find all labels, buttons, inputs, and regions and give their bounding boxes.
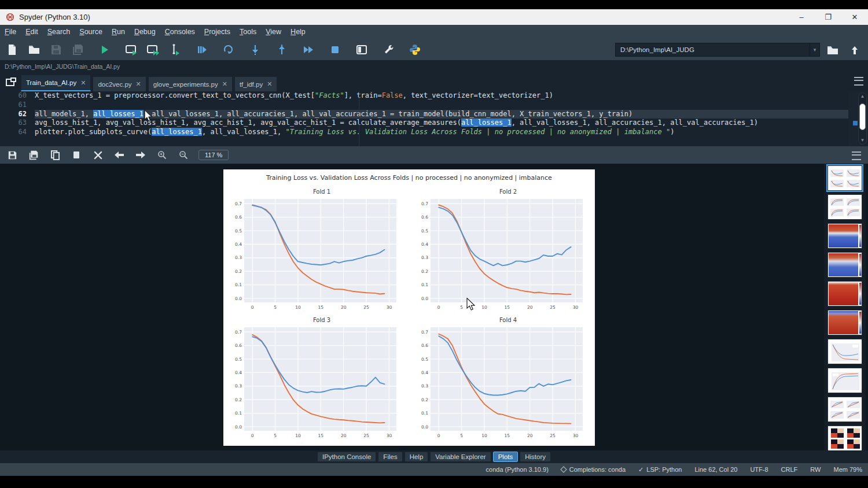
pane-tab-history[interactable]: History [520,452,551,462]
next-plot-button[interactable] [131,147,150,162]
browse-directory-button[interactable] [823,42,843,59]
svg-text:0.7: 0.7 [235,330,242,335]
previous-plot-button[interactable] [110,147,128,162]
editor-tab-glove_experiments.py[interactable]: glove_experiments.py✕ [148,76,233,91]
editor-tab-Train_data_AI.py[interactable]: Train_data_AI.py✕ [21,75,91,91]
step-into-button[interactable] [245,41,265,58]
debug-cell-button[interactable] [219,41,238,58]
menu-item-source[interactable]: Source [75,26,107,38]
close-tab-icon[interactable]: ✕ [80,79,86,87]
zoom-out-button[interactable] [174,147,193,162]
scrollbar-thumb[interactable] [859,103,866,130]
spyder-window: Spyder (Python 3.10) – ❐ ✕ FileEditSearc… [0,0,868,488]
save-all-button[interactable] [68,41,88,58]
remove-plot-button[interactable] [67,147,86,162]
close-button[interactable]: ✕ [841,9,868,25]
scroll-up-icon[interactable]: ▲ [860,94,865,99]
plots-pane: Training Loss vs. Validation Loss Across… [0,164,868,451]
close-tab-icon[interactable]: ✕ [267,80,272,88]
new-file-icon [7,44,17,56]
pane-tab-ipython-console[interactable]: IPython Console [317,452,376,462]
run-cell-icon [125,44,138,56]
python-path-manager-button[interactable] [405,41,425,58]
parent-directory-button[interactable] [845,42,865,59]
preferences-button[interactable] [378,41,398,58]
close-tab-icon[interactable]: ✕ [136,80,141,88]
svg-text:0.2: 0.2 [235,269,242,274]
debug-file-button[interactable] [192,41,212,58]
editor-tab-tf_idf.py[interactable]: tf_idf.py✕ [234,76,278,91]
save-all-plots-button[interactable] [24,147,43,162]
step-return-button[interactable] [272,41,292,58]
menu-item-run[interactable]: Run [107,26,130,38]
wrench-icon [382,44,394,56]
plot-thumbnail-confusion-matrices-4fold[interactable] [827,426,862,451]
plot-thumbnail-accuracy-curves-4fold[interactable] [827,194,862,220]
copy-plot-button[interactable] [46,147,64,162]
menu-item-view[interactable]: View [261,26,286,38]
menu-item-edit[interactable]: Edit [21,26,43,38]
browse-tabs-button[interactable] [2,75,20,90]
menu-item-projects[interactable]: Projects [200,26,235,38]
svg-text:25: 25 [363,305,369,310]
plot-thumbnails-list [824,164,866,451]
svg-text:15: 15 [505,433,510,438]
editor-scrollbar[interactable]: ▲ ▼ [858,93,867,145]
save-plot-button[interactable] [3,147,21,162]
new-file-button[interactable] [2,41,22,58]
svg-text:0.3: 0.3 [421,255,428,260]
continue-execution-button[interactable] [299,41,318,58]
subplot-fold-2: Fold 20.00.10.20.30.40.50.60.70510152025… [415,187,589,316]
editor-options-icon[interactable] [854,77,863,86]
pane-tab-help[interactable]: Help [404,452,429,462]
menu-item-consoles[interactable]: Consoles [160,26,200,38]
status-crlf: CRLF [781,466,798,473]
close-tab-icon[interactable]: ✕ [222,80,227,88]
plot-thumbnail-heatmap-red-blue[interactable] [827,223,862,249]
plot-thumbnail-heatmap-red[interactable] [827,281,862,306]
stop-execution-button[interactable] [325,41,345,58]
menu-item-help[interactable]: Help [286,26,310,38]
save-file-button[interactable] [46,41,66,58]
run-cell-advance-button[interactable] [144,41,163,58]
pane-tab-plots[interactable]: Plots [493,452,518,462]
zoom-in-button[interactable] [153,147,171,162]
code-editor[interactable]: 60X_test_vectors_1 = preprocessor.conver… [0,91,868,146]
menu-item-tools[interactable]: Tools [235,26,261,38]
plot-thumbnail-average-accuracy-curve[interactable] [827,368,862,393]
plot-thumbnail-loss-curves-4fold[interactable] [827,165,862,191]
menu-item-file[interactable]: File [0,26,21,38]
chevron-down-icon[interactable]: ▾ [810,43,819,56]
svg-text:5: 5 [460,433,463,438]
maximize-pane-button[interactable] [352,41,372,58]
run-file-button[interactable] [95,41,115,58]
working-directory-combobox[interactable]: D:\Python_Imp\AI_JUDG ▾ [615,43,820,57]
subplot-fold-1: Fold 10.00.10.20.30.40.50.60.70510152025… [229,187,403,316]
pane-tab-files[interactable]: Files [378,452,402,462]
open-file-button[interactable] [24,41,44,58]
svg-text:20: 20 [341,305,347,310]
plots-options-icon[interactable] [852,151,861,160]
line-number: 64 [0,128,35,137]
close-all-plots-button[interactable] [89,147,107,162]
up-arrow-icon [278,45,286,55]
scroll-down-icon[interactable]: ▼ [860,138,865,143]
status-lsp-python: ✓LSP: Python [638,466,682,474]
plot-thumbnail-average-loss-curve[interactable] [827,339,862,364]
menubar: FileEditSearchSourceRunDebugConsolesProj… [0,25,868,39]
menu-item-debug[interactable]: Debug [130,26,160,38]
plot-thumbnail-heatmap-red-blue-2[interactable] [827,252,862,278]
file-path: D:\Python_Imp\AI_JUDG\Train_data_AI.py [5,63,120,70]
restore-button[interactable]: ❐ [815,9,841,25]
run-selection-button[interactable] [165,41,185,58]
editor-tab-doc2vec.py[interactable]: doc2vec.py✕ [93,76,146,91]
plot-thumbnail-roc-curves-4fold[interactable] [827,397,862,422]
subplot-title: Fold 2 [415,187,589,197]
pane-tab-variable-explorer[interactable]: Variable Explorer [430,452,491,462]
plot-thumbnail-heatmap-red-2[interactable] [827,310,862,335]
menu-item-search[interactable]: Search [43,26,75,38]
run-cell-button[interactable] [122,41,141,58]
minimize-button[interactable]: – [788,9,815,25]
svg-text:15: 15 [318,305,324,310]
folder-icon [827,45,838,56]
